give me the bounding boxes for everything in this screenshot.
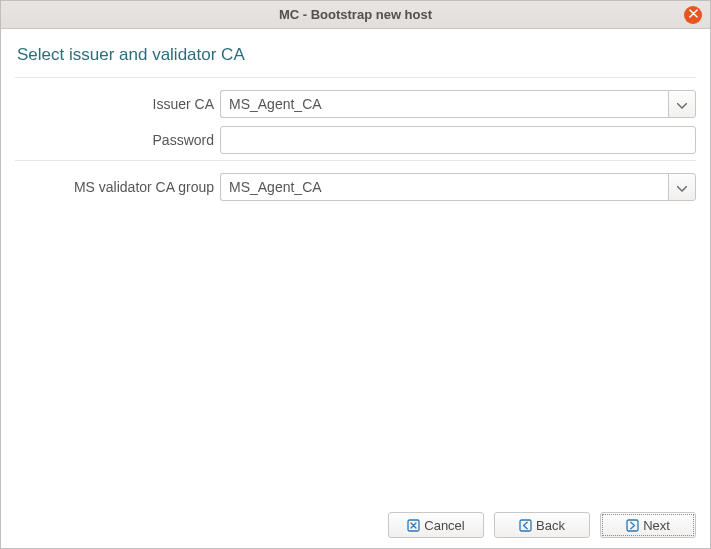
svg-rect-2	[627, 520, 638, 531]
next-button-label: Next	[643, 518, 670, 533]
chevron-down-icon	[677, 96, 687, 112]
next-icon	[626, 519, 639, 532]
back-button[interactable]: Back	[494, 512, 590, 538]
close-button[interactable]	[684, 6, 702, 24]
divider	[15, 77, 696, 78]
issuer-ca-dropdown-toggle[interactable]	[668, 90, 696, 118]
label-validator-group: MS validator CA group	[15, 179, 220, 195]
svg-rect-1	[520, 520, 531, 531]
password-input[interactable]	[220, 126, 696, 154]
cancel-button-label: Cancel	[424, 518, 464, 533]
row-validator-group: MS validator CA group MS_Agent_CA	[15, 173, 696, 201]
page-heading: Select issuer and validator CA	[15, 43, 696, 75]
label-issuer-ca: Issuer CA	[15, 96, 220, 112]
titlebar: MC - Bootstrap new host	[1, 1, 710, 29]
row-password: Password	[15, 126, 696, 154]
back-icon	[519, 519, 532, 532]
row-issuer-ca: Issuer CA MS_Agent_CA	[15, 90, 696, 118]
validator-group-dropdown[interactable]: MS_Agent_CA	[220, 173, 696, 201]
back-button-label: Back	[536, 518, 565, 533]
validator-group-dropdown-toggle[interactable]	[668, 173, 696, 201]
chevron-down-icon	[677, 179, 687, 195]
divider	[15, 160, 696, 161]
close-icon	[689, 9, 698, 20]
window-title: MC - Bootstrap new host	[279, 7, 432, 22]
cancel-button[interactable]: Cancel	[388, 512, 484, 538]
button-bar: Cancel Back Next	[1, 504, 710, 548]
dialog-content: Select issuer and validator CA Issuer CA…	[1, 29, 710, 504]
issuer-ca-dropdown[interactable]: MS_Agent_CA	[220, 90, 696, 118]
spacer	[15, 205, 696, 504]
next-button[interactable]: Next	[600, 512, 696, 538]
label-password: Password	[15, 132, 220, 148]
issuer-ca-value: MS_Agent_CA	[220, 90, 668, 118]
cancel-icon	[407, 519, 420, 532]
validator-group-value: MS_Agent_CA	[220, 173, 668, 201]
dialog-window: MC - Bootstrap new host Select issuer an…	[0, 0, 711, 549]
